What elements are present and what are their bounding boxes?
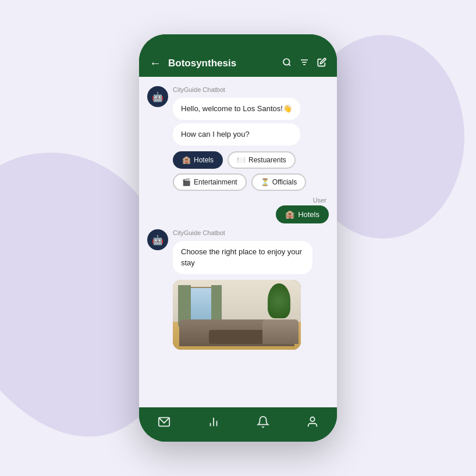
user-bubble: 🏨 Hotels [276,205,329,223]
svg-point-9 [310,417,314,421]
response-bubble: Choose the right place to enjoy your sta… [173,241,312,273]
room-scene [173,280,301,350]
user-hotels-text: Hotels [298,210,319,219]
edit-icon[interactable] [317,58,326,69]
user-message-group: User 🏨 Hotels [147,197,329,223]
room-table [209,330,265,344]
user-label: User [313,197,326,204]
bot-avatar-2: 🤖 [147,229,168,250]
filter-icon[interactable] [300,58,309,69]
nav-bell-icon[interactable] [257,415,269,431]
quick-reply-entertainment[interactable]: 🎬 Entertainment [173,173,247,191]
header-actions [282,58,326,69]
bot-label-2: CityGuide Chatbot [173,229,312,236]
greeting-bubble: Hello, welcome to Los Santos!👋 [173,98,300,120]
officials-emoji: ⏳ [261,178,269,186]
bot-messages-1: CityGuide Chatbot Hello, welcome to Los … [173,86,300,145]
svg-point-0 [283,59,290,65]
phone-frame: ← Botosynthesis 🤖 CityGuide Chatbot Hell… [139,34,337,442]
svg-line-1 [289,64,290,66]
hotel-image [173,280,301,350]
quick-reply-officials[interactable]: ⏳ Officials [251,173,306,191]
room-plant [268,283,291,318]
hotels-emoji: 🏨 [182,156,191,164]
bot-messages-2: CityGuide Chatbot Choose the right place… [173,229,312,273]
entertainment-label: Entertainment [194,178,237,186]
officials-label: Officials [272,178,297,186]
chat-area: 🤖 CityGuide Chatbot Hello, welcome to Lo… [139,77,337,407]
entertainment-emoji: 🎬 [182,178,191,186]
bot-avatar: 🤖 [147,86,168,107]
hotels-label: Hotels [194,156,214,164]
quick-reply-restaurants[interactable]: 🍽️ Restuarents [228,151,296,169]
nav-profile-icon[interactable] [306,415,319,431]
bot-message-group-1: 🤖 CityGuide Chatbot Hello, welcome to Lo… [147,86,329,145]
phone-notch [209,34,267,51]
hotel-image-card [173,280,301,350]
bot-label-1: CityGuide Chatbot [173,86,300,93]
nav-chart-icon[interactable] [207,415,220,431]
quick-replies: 🏨 Hotels 🍽️ Restuarents 🎬 Entertainment … [147,151,329,191]
help-bubble: How can I help you? [173,123,300,145]
quick-reply-hotels[interactable]: 🏨 Hotels [173,151,223,169]
restaurants-emoji: 🍽️ [237,156,246,164]
user-hotels-emoji: 🏨 [285,210,294,219]
search-icon[interactable] [282,58,292,69]
restaurants-label: Restuarents [248,156,286,164]
bottom-nav [139,407,337,442]
nav-mail-icon[interactable] [158,415,170,431]
header-title: Botosynthesis [168,58,275,69]
room-chair [262,319,299,344]
back-button[interactable]: ← [150,56,161,70]
bot-message-group-2: 🤖 CityGuide Chatbot Choose the right pla… [147,229,329,273]
